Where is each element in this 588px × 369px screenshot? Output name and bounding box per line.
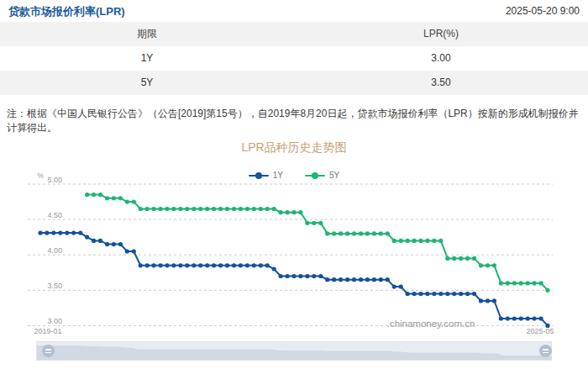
svg-text:3.50: 3.50 [47, 282, 62, 290]
svg-text:4.00: 4.00 [47, 246, 62, 255]
svg-text:5.00: 5.00 [47, 176, 62, 184]
svg-text:3.00: 3.00 [47, 317, 62, 325]
svg-text:%: % [37, 171, 44, 180]
svg-text:2019-01: 2019-01 [34, 327, 61, 335]
datazoom-right-handle-icon[interactable] [539, 345, 552, 357]
datazoom-shadow-area [37, 342, 551, 360]
svg-text:4.50: 4.50 [47, 211, 62, 219]
svg-text:2025-05: 2025-05 [526, 327, 554, 335]
lpr-page: 贷款市场报价利率(LPR) 2025-05-20 9:00 期限 LPR(%) … [0, 0, 588, 369]
svg-text:.chinamoney.com.cn: .chinamoney.com.cn [387, 319, 475, 329]
datazoom-left-handle-icon[interactable] [42, 345, 55, 357]
lpr-history-chart[interactable]: 5.004.504.003.503.00%2019-012025-05.chin… [0, 0, 588, 369]
datazoom-slider[interactable] [36, 341, 552, 361]
